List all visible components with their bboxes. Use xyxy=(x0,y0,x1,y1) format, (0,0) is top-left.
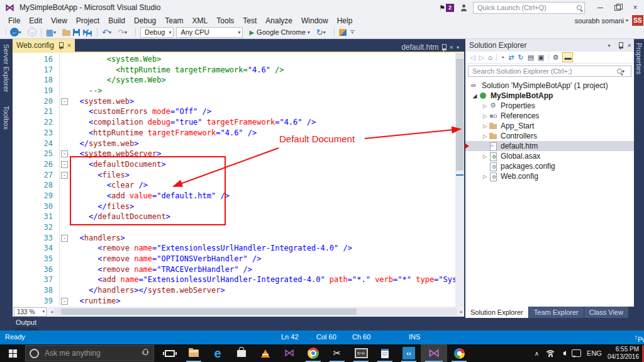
tab-overflow-icon[interactable]: ▾ xyxy=(457,45,459,50)
expander-icon[interactable]: ▷ xyxy=(480,113,489,119)
code-line-36[interactable]: 36 <remove name="TRACEVerbHandler" /> xyxy=(13,264,464,275)
forward-icon[interactable]: ▷ xyxy=(479,53,484,62)
code-line-35[interactable]: 35 <remove name="OPTIONSVerbHandler" /> xyxy=(13,254,464,264)
tray-expand-icon[interactable]: ∧ xyxy=(535,350,539,357)
code-line-26[interactable]: 26- <defaultDocument> xyxy=(13,159,464,170)
language-indicator[interactable]: ENG xyxy=(587,349,602,357)
title-bar[interactable]: ⋈ MySimpleBotApp - Microsoft Visual Stud… xyxy=(0,0,644,15)
open-file-button[interactable] xyxy=(62,29,70,36)
code-line-29[interactable]: 29 <add value="default.htm" /> xyxy=(13,191,464,201)
vscode-icon[interactable] xyxy=(397,344,421,362)
code-line-20[interactable]: 20- <system.web> xyxy=(13,96,464,107)
code-line-17[interactable]: 17 <httpRuntime targetFramework="4.6" /> xyxy=(13,65,464,76)
show-all-files-icon[interactable]: ⚙ xyxy=(553,53,559,62)
notifications-button[interactable]: ⚑ 2 xyxy=(439,4,454,12)
code-line-39[interactable]: 39- <runtime> xyxy=(13,296,464,307)
properties-tab[interactable]: Properties xyxy=(635,43,643,74)
minimize-button[interactable] xyxy=(591,0,609,15)
menu-team[interactable]: Team xyxy=(160,16,187,25)
expander-icon[interactable]: ◢ xyxy=(470,93,479,99)
code-line-30[interactable]: 30 </files> xyxy=(13,201,464,212)
editor-vertical-scrollbar[interactable] xyxy=(455,53,464,307)
collapse-region-icon[interactable]: - xyxy=(61,150,68,157)
save-all-button[interactable] xyxy=(82,28,92,37)
auto-hide-pin-icon[interactable] xyxy=(619,42,623,48)
search-options-icon[interactable]: ▾ xyxy=(622,69,625,74)
taskbar-search-input[interactable] xyxy=(43,348,140,358)
editor-zoom-select[interactable]: 133 %▾ xyxy=(14,307,47,317)
paint-icon[interactable] xyxy=(447,344,471,362)
expander-icon[interactable]: ▷ xyxy=(480,174,489,179)
code-line-16[interactable]: 16 <system.Web> xyxy=(13,54,464,65)
tree-item-web-config[interactable]: ▷Web.config xyxy=(465,171,634,181)
publish-button[interactable]: ↑ Publish xyxy=(635,333,638,341)
refresh-icon[interactable]: ↻ xyxy=(518,53,523,62)
tab-web-config[interactable]: Web.config × xyxy=(13,39,75,52)
menu-help[interactable]: Help xyxy=(333,16,357,25)
menu-debug[interactable]: Debug xyxy=(130,16,160,25)
collapse-region-icon[interactable]: - xyxy=(61,161,68,168)
tree-item-solution-mysimplebotapp-1-project[interactable]: Solution 'MySimpleBotApp' (1 project) xyxy=(465,81,634,91)
cortana-search-box[interactable] xyxy=(25,345,154,361)
back-icon[interactable]: ◁ xyxy=(470,53,475,62)
undo-button[interactable]: ↶▾ xyxy=(102,28,115,37)
pin-icon[interactable] xyxy=(59,42,64,48)
navigate-forward-button[interactable]: → xyxy=(28,28,36,37)
expander-icon[interactable]: ▷ xyxy=(480,123,489,129)
code-line-37[interactable]: 37 <add name="ExtensionlessUrlHandler-In… xyxy=(13,274,464,285)
solution-explorer-header[interactable]: Solution Explorer ▾ × xyxy=(465,39,634,52)
refresh-button[interactable]: ↻▾ xyxy=(316,28,330,37)
notepad-icon[interactable] xyxy=(373,344,397,362)
signed-in-user[interactable]: sourabh somani xyxy=(575,17,624,25)
scope-icon[interactable]: ◔ xyxy=(501,53,505,62)
visual-studio-icon[interactable]: ⋈ xyxy=(277,344,301,362)
expander-icon[interactable]: ▷ xyxy=(480,154,489,159)
menu-view[interactable]: View xyxy=(47,16,72,25)
tree-item-properties[interactable]: ▷Properties xyxy=(465,101,634,111)
tree-item-global-asax[interactable]: ▷Global.asax xyxy=(465,151,634,161)
start-debugging-button[interactable]: ▶ Google Chrome ▾ xyxy=(245,28,313,36)
user-dropdown-icon[interactable]: ▾ xyxy=(626,18,628,23)
store-icon[interactable] xyxy=(230,344,253,362)
menu-tools[interactable]: Tools xyxy=(212,16,238,25)
panel-tab-team-explorer[interactable]: Team Explorer xyxy=(529,307,584,318)
action-center-icon[interactable] xyxy=(572,349,581,357)
code-line-33[interactable]: 33- <handlers> xyxy=(13,233,464,244)
code-line-40[interactable]: 40- <assemblyBinding xmlns="urn:schemas-… xyxy=(13,307,464,307)
solution-configuration-select[interactable]: Debug▾ xyxy=(140,27,174,38)
tree-item-app-start[interactable]: ▷App_Start xyxy=(465,121,634,131)
menu-test[interactable]: Test xyxy=(238,16,261,25)
feedback-icon[interactable] xyxy=(460,4,468,11)
editor-horizontal-scrollbar[interactable] xyxy=(55,308,458,315)
collapse-region-icon[interactable]: - xyxy=(61,98,68,105)
panel-tab-class-view[interactable]: Class View xyxy=(584,307,628,318)
menu-file[interactable]: File xyxy=(4,16,25,25)
new-item-button[interactable]: ▦▾ xyxy=(46,28,60,37)
code-line-32[interactable]: 32 xyxy=(13,222,464,233)
visual-studio-active-icon[interactable]: ⋈ xyxy=(421,344,447,362)
menu-build[interactable]: Build xyxy=(104,16,130,25)
task-view-icon[interactable] xyxy=(158,344,182,362)
toolbox-tab[interactable]: Toolbox xyxy=(3,106,10,130)
code-line-18[interactable]: 18 </system.Web> xyxy=(13,75,464,86)
collapse-region-icon[interactable]: - xyxy=(61,235,68,242)
web-tools-icon[interactable] xyxy=(339,29,347,36)
scroll-right-icon[interactable]: ▸ xyxy=(460,308,463,315)
split-window-handle[interactable] xyxy=(455,53,464,60)
close-tab-icon[interactable]: × xyxy=(67,42,71,49)
clock[interactable]: 6:55 PM 04/13/2016 xyxy=(608,346,639,361)
pin-icon[interactable] xyxy=(442,44,447,50)
restore-button[interactable] xyxy=(609,0,626,15)
code-line-23[interactable]: 23 <httpRuntime targetFramework="4.6" /> xyxy=(13,128,464,139)
tree-item-packages-config[interactable]: packages.config xyxy=(465,161,634,171)
expander-icon[interactable]: ▷ xyxy=(480,103,489,109)
panel-tab-solution-explorer[interactable]: Solution Explorer xyxy=(465,307,528,318)
toolbar-grip[interactable]: ⁞ xyxy=(5,29,6,36)
sync-with-active-document-icon[interactable]: ⇄ xyxy=(508,53,514,62)
user-avatar[interactable]: SS xyxy=(632,15,643,26)
code-line-21[interactable]: 21 <customErrors mode="Off" /> xyxy=(13,106,464,117)
code-line-19[interactable]: 19 --> xyxy=(13,86,464,96)
microphone-icon[interactable] xyxy=(143,349,148,355)
code-line-22[interactable]: 22 <compilation debug="true" targetFrame… xyxy=(13,117,464,128)
collapse-region-icon[interactable]: - xyxy=(61,172,68,179)
